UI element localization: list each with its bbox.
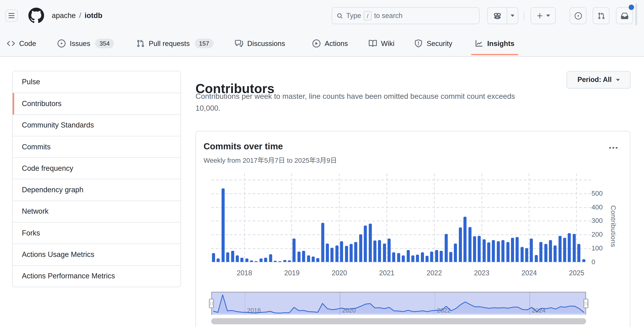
- notification-dot: [629, 4, 634, 10]
- commit-bar: [435, 250, 438, 262]
- commit-bar: [558, 236, 562, 262]
- commit-bar: [582, 259, 585, 262]
- commit-bar: [544, 244, 547, 262]
- navigator-left-handle[interactable]: [209, 299, 214, 308]
- create-new-button[interactable]: [530, 7, 556, 24]
- grip-icon: [585, 301, 587, 306]
- commit-bar: [264, 258, 267, 262]
- github-logo[interactable]: [28, 8, 44, 23]
- sidebar-item-contributors[interactable]: Contributors: [13, 93, 180, 114]
- commit-bar: [359, 235, 362, 262]
- year-gridline: [386, 173, 387, 262]
- hamburger-icon: [8, 12, 15, 19]
- header-divider: [524, 11, 524, 20]
- copilot-menu-button[interactable]: [507, 14, 518, 17]
- chart-range-navigator[interactable]: 2018202020222024: [211, 292, 586, 315]
- tab-discussions[interactable]: Discussions: [235, 31, 285, 55]
- commit-bar: [340, 241, 343, 262]
- commit-bar: [573, 234, 576, 262]
- tab-pull-requests[interactable]: Pull requests157: [136, 31, 213, 55]
- y-tick-label: 300: [592, 217, 602, 225]
- tab-count-badge: 157: [195, 39, 213, 48]
- commit-bar: [250, 261, 253, 262]
- year-gridline: [576, 173, 577, 262]
- commit-bar: [449, 252, 452, 262]
- sidebar-item-code-frequency[interactable]: Code frequency: [13, 157, 180, 179]
- inbox-icon: [621, 12, 628, 19]
- sidebar-item-commits[interactable]: Commits: [13, 136, 180, 158]
- commit-bar: [255, 261, 258, 262]
- git-pull-request-icon: [598, 12, 605, 19]
- commit-bar: [302, 251, 305, 262]
- commit-bar: [368, 223, 372, 262]
- commit-bar: [373, 241, 376, 262]
- breadcrumb: apache / iotdb: [52, 0, 102, 31]
- page-description-line1: Contributions per week to master, line c…: [196, 90, 515, 102]
- commit-bar: [502, 240, 504, 262]
- value-gridline: [211, 180, 592, 180]
- navigator-sparkline: [212, 293, 585, 314]
- tab-wiki[interactable]: Wiki: [369, 31, 394, 55]
- commit-bar: [383, 244, 386, 262]
- commit-bar: [464, 217, 466, 262]
- year-gridline: [434, 173, 435, 262]
- issue-opened-icon: [58, 39, 66, 47]
- commit-bar: [231, 251, 234, 262]
- tab-code[interactable]: Code: [7, 31, 36, 55]
- breadcrumb-owner[interactable]: apache: [52, 11, 76, 20]
- commit-bar: [364, 226, 367, 262]
- tab-actions[interactable]: Actions: [312, 31, 348, 55]
- value-gridline: [211, 193, 592, 194]
- commit-bar: [568, 233, 571, 262]
- sidebar-item-community-standards[interactable]: Community Standards: [13, 114, 180, 136]
- tab-security[interactable]: Security: [414, 31, 452, 55]
- tab-label: Issues: [70, 39, 90, 48]
- search-input[interactable]: Type / to search: [332, 7, 480, 24]
- commit-bar: [269, 254, 272, 262]
- commit-bar: [525, 248, 528, 262]
- commit-bar: [298, 252, 300, 262]
- commit-bar: [392, 252, 396, 262]
- sidebar-item-dependency-graph[interactable]: Dependency graph: [13, 179, 180, 201]
- commit-bar: [577, 244, 580, 262]
- tab-issues[interactable]: Issues354: [58, 31, 114, 55]
- commit-bar: [482, 239, 486, 262]
- top-header: apache / iotdb Type / to search: [0, 0, 644, 57]
- copilot-button[interactable]: [488, 8, 507, 24]
- tab-insights[interactable]: Insights: [475, 31, 514, 55]
- issues-dashboard-button[interactable]: [570, 7, 586, 24]
- sidebar-item-actions-usage-metrics[interactable]: Actions Usage Metrics: [13, 244, 180, 265]
- commit-bar: [307, 255, 310, 262]
- commit-bar: [516, 237, 519, 262]
- year-gridline: [481, 173, 482, 262]
- page-scrollbar-thumb[interactable]: [635, 3, 637, 25]
- commits-chart: 2018202020222024 0100200300400500Contrib…: [196, 131, 630, 327]
- breadcrumb-repo[interactable]: iotdb: [84, 11, 102, 20]
- sidebar-item-network[interactable]: Network: [13, 201, 180, 222]
- commit-bar: [388, 239, 390, 262]
- commit-bar: [312, 256, 315, 262]
- hamburger-button[interactable]: [5, 9, 18, 22]
- github-insights-page: apache / iotdb Type / to search: [0, 0, 644, 327]
- sidebar-item-forks[interactable]: Forks: [13, 222, 180, 244]
- graph-icon: [475, 39, 483, 47]
- sidebar-item-actions-performance-metrics[interactable]: Actions Performance Metrics: [13, 265, 180, 287]
- commit-bar: [402, 255, 405, 262]
- commit-bar: [549, 240, 552, 262]
- period-dropdown-button[interactable]: Period: All: [566, 71, 630, 88]
- plus-icon: [536, 12, 544, 19]
- copilot-split-button[interactable]: [487, 7, 518, 24]
- commit-bar: [278, 261, 282, 262]
- commit-bar: [260, 258, 262, 262]
- search-placeholder-suffix: to search: [374, 12, 402, 20]
- sidebar-item-pulse[interactable]: Pulse: [13, 71, 180, 93]
- commit-bar: [535, 255, 538, 262]
- commit-bar: [459, 228, 462, 262]
- commit-bar: [444, 234, 448, 262]
- commit-bar: [217, 259, 220, 262]
- chart-horizontal-scrollbar[interactable]: [211, 318, 586, 324]
- x-tick-label: 2020: [322, 269, 357, 277]
- navigator-right-handle[interactable]: [584, 299, 588, 308]
- pull-requests-dashboard-button[interactable]: [593, 7, 610, 24]
- y-axis-title: Contributions: [609, 205, 617, 247]
